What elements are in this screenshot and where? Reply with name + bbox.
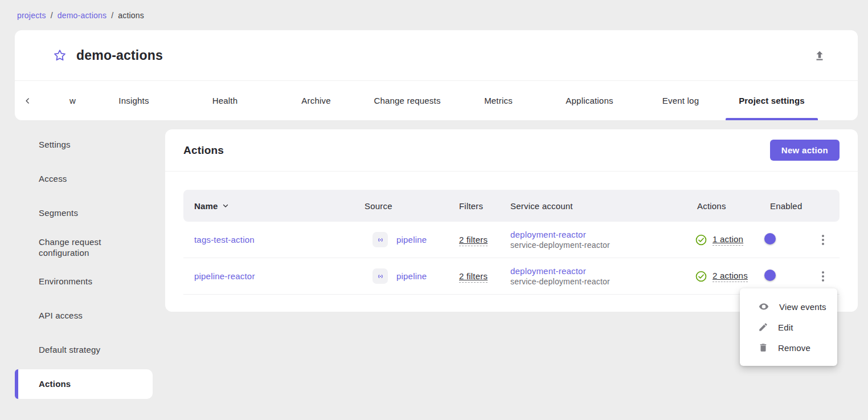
- table-row: tags-test-action pipeline 2 filters depl…: [183, 222, 840, 258]
- kebab-menu-icon[interactable]: [818, 268, 828, 285]
- active-tab-indicator: [726, 118, 818, 120]
- signal-source-icon: [372, 268, 388, 284]
- column-header-enabled: Enabled: [750, 201, 806, 211]
- menu-item-label: View events: [779, 302, 826, 312]
- row-menu-cell: [806, 268, 840, 285]
- menu-item-label: Remove: [778, 343, 810, 353]
- trash-icon: [758, 342, 768, 353]
- tab-change-requests[interactable]: Change requests: [362, 81, 453, 120]
- breadcrumb-projects[interactable]: projects: [17, 11, 46, 20]
- menu-item-view-events[interactable]: View events: [740, 296, 837, 317]
- tab-metrics[interactable]: Metrics: [453, 81, 544, 120]
- tab-archive[interactable]: Archive: [271, 81, 362, 120]
- sidebar-item-actions[interactable]: Actions: [15, 369, 153, 399]
- pencil-icon: [758, 322, 768, 332]
- breadcrumb-separator: /: [51, 11, 53, 20]
- column-header-filters: Filters: [448, 201, 499, 211]
- action-name-link[interactable]: tags-test-action: [194, 235, 255, 244]
- breadcrumb: projects / demo-actions / actions: [17, 11, 144, 20]
- panel-title: Actions: [183, 144, 224, 157]
- tab-insights[interactable]: Insights: [88, 81, 179, 120]
- tab-project-settings[interactable]: Project settings: [726, 81, 817, 120]
- column-header-source: Source: [365, 201, 448, 211]
- toggle-thumb: [764, 233, 776, 244]
- signal-source-icon: [372, 232, 388, 247]
- kebab-menu-icon[interactable]: [818, 231, 828, 248]
- new-action-button[interactable]: New action: [770, 140, 840, 161]
- settings-sidebar: Settings Access Segments Change request …: [15, 128, 153, 401]
- breadcrumb-project[interactable]: demo-actions: [58, 11, 107, 20]
- action-name-cell: pipeline-reactor: [183, 271, 365, 281]
- sort-chevron-down-icon: [222, 202, 229, 209]
- service-account-cell: deployment-reactor service-deployment-re…: [499, 266, 681, 286]
- menu-item-remove[interactable]: Remove: [740, 337, 837, 358]
- tab-overview-truncated[interactable]: w: [41, 81, 88, 120]
- sidebar-item-change-request-configuration[interactable]: Change request configuration: [15, 230, 153, 264]
- menu-item-label: Edit: [778, 323, 793, 332]
- check-circle-icon: [695, 270, 707, 283]
- column-header-service-account: Service account: [499, 201, 681, 211]
- row-context-menu: View events Edit Remove: [740, 288, 837, 366]
- breadcrumb-current: actions: [118, 11, 144, 20]
- service-account-subtext: service-deployment-reactor: [510, 277, 681, 286]
- action-name-cell: tags-test-action: [183, 235, 365, 244]
- sidebar-item-access[interactable]: Access: [15, 162, 153, 196]
- column-header-actions: Actions: [681, 201, 750, 211]
- actions-count-cell: 2 actions: [681, 270, 750, 283]
- service-account-cell: deployment-reactor service-deployment-re…: [499, 230, 681, 250]
- project-tabs: w Insights Health Archive Change request…: [15, 80, 858, 120]
- actions-table: Name Source Filters Service account Acti…: [165, 172, 858, 295]
- enabled-cell: [750, 271, 806, 281]
- service-account-link[interactable]: deployment-reactor: [510, 230, 681, 239]
- source-link[interactable]: pipeline: [396, 235, 427, 244]
- tab-applications[interactable]: Applications: [544, 81, 635, 120]
- service-account-link[interactable]: deployment-reactor: [510, 266, 681, 276]
- filters-tooltip[interactable]: 2 filters: [459, 271, 488, 283]
- source-cell: pipeline: [365, 232, 448, 247]
- export-icon[interactable]: [813, 50, 826, 62]
- project-header-card: demo-actions w Insights Health Archive C…: [15, 30, 858, 120]
- sidebar-item-segments[interactable]: Segments: [15, 196, 153, 230]
- toggle-thumb: [764, 270, 776, 281]
- tab-health[interactable]: Health: [179, 81, 271, 120]
- eye-icon: [758, 301, 769, 312]
- sidebar-item-environments[interactable]: Environments: [15, 264, 153, 299]
- source-link[interactable]: pipeline: [396, 271, 427, 281]
- source-cell: pipeline: [365, 268, 448, 284]
- enabled-cell: [750, 235, 806, 244]
- actions-count-tooltip[interactable]: 2 actions: [713, 271, 748, 282]
- actions-panel-header: Actions New action: [165, 129, 858, 172]
- check-circle-icon: [695, 234, 707, 246]
- breadcrumb-separator: /: [111, 11, 113, 20]
- filters-tooltip[interactable]: 2 filters: [459, 235, 488, 246]
- filters-cell: 2 filters: [448, 235, 499, 244]
- actions-count-tooltip[interactable]: 1 action: [713, 234, 743, 246]
- project-header: demo-actions: [15, 30, 858, 80]
- sidebar-item-default-strategy[interactable]: Default strategy: [15, 333, 153, 367]
- tabs-scroll-left-icon[interactable]: [15, 81, 41, 120]
- service-account-subtext: service-deployment-reactor: [510, 240, 681, 250]
- row-menu-cell: [806, 231, 840, 248]
- menu-item-edit[interactable]: Edit: [740, 317, 837, 337]
- sidebar-item-settings[interactable]: Settings: [15, 128, 153, 162]
- action-name-link[interactable]: pipeline-reactor: [194, 271, 255, 281]
- actions-panel: Actions New action Name Source Filters S…: [165, 129, 858, 312]
- actions-count-cell: 1 action: [681, 234, 750, 246]
- sidebar-item-api-access[interactable]: API access: [15, 299, 153, 333]
- column-header-name[interactable]: Name: [183, 201, 365, 211]
- favorite-star-icon[interactable]: [52, 48, 67, 63]
- filters-cell: 2 filters: [448, 271, 499, 281]
- table-header-row: Name Source Filters Service account Acti…: [183, 190, 840, 222]
- tab-event-log[interactable]: Event log: [635, 81, 726, 120]
- page-title: demo-actions: [76, 48, 163, 63]
